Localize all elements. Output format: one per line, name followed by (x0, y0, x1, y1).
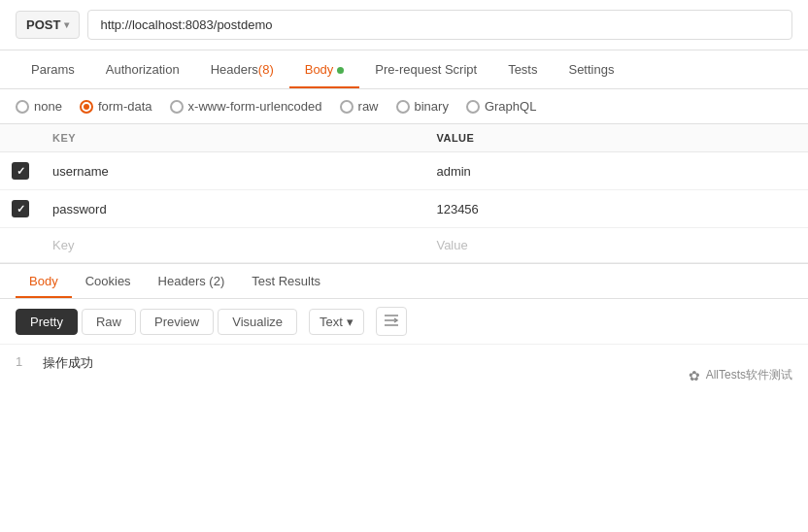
response-tab-cookies[interactable]: Cookies (72, 264, 145, 298)
brand-watermark: ✿ AllTests软件测试 (689, 367, 792, 383)
radio-urlencoded-circle (170, 100, 184, 114)
tab-headers-label: Headers (211, 62, 258, 77)
empty-check-cell (0, 228, 41, 263)
row1-value[interactable]: admin (424, 152, 808, 190)
empty-key[interactable]: Key (41, 228, 424, 263)
method-select[interactable]: POST ▾ (16, 11, 80, 39)
row1-key[interactable]: username (41, 152, 424, 190)
params-table: KEY VALUE ✓ username admin ✓ password 12… (0, 124, 808, 263)
tab-params[interactable]: Params (16, 50, 90, 88)
row2-check-cell[interactable]: ✓ (0, 190, 41, 228)
body-type-row: none form-data x-www-form-urlencoded raw… (0, 89, 808, 124)
col-check (0, 124, 41, 152)
response-tab-test-results[interactable]: Test Results (238, 264, 334, 298)
radio-urlencoded[interactable]: x-www-form-urlencoded (170, 99, 322, 114)
tab-headers[interactable]: Headers(8) (195, 50, 289, 88)
request-nav-tabs: Params Authorization Headers(8) Body Pre… (0, 50, 808, 89)
radio-graphql-label: GraphQL (485, 99, 536, 114)
radio-raw-label: raw (358, 99, 379, 114)
table-row: ✓ password 123456 (0, 190, 808, 228)
radio-raw[interactable]: raw (340, 99, 379, 114)
table-row-empty: Key Value (0, 228, 808, 263)
row1-check-cell[interactable]: ✓ (0, 152, 41, 190)
method-chevron: ▾ (64, 19, 69, 30)
tab-body[interactable]: Body (289, 50, 360, 88)
response-tab-headers[interactable]: Headers (2) (145, 264, 239, 298)
radio-none[interactable]: none (16, 99, 62, 114)
radio-form-data-circle (80, 100, 93, 114)
radio-none-label: none (34, 99, 62, 114)
tab-pre-request[interactable]: Pre-request Script (359, 50, 492, 88)
empty-value-placeholder: Value (436, 238, 467, 252)
wrap-icon-button[interactable] (376, 307, 407, 336)
col-value: VALUE (424, 124, 808, 152)
headers-badge: (8) (258, 62, 274, 77)
radio-graphql-circle (466, 100, 480, 114)
method-label: POST (26, 17, 60, 32)
radio-binary[interactable]: binary (396, 99, 449, 114)
radio-graphql[interactable]: GraphQL (466, 99, 536, 114)
table-row: ✓ username admin (0, 152, 808, 190)
wrap-lines-icon (384, 314, 399, 330)
format-raw-button[interactable]: Raw (82, 309, 136, 335)
empty-value[interactable]: Value (424, 228, 808, 263)
top-bar: POST ▾ (0, 0, 808, 50)
format-pretty-button[interactable]: Pretty (16, 309, 78, 335)
checkbox-checked-icon[interactable]: ✓ (12, 200, 29, 217)
response-line-1-content: 操作成功 (43, 354, 93, 372)
line-number-1: 1 (16, 354, 27, 369)
text-type-select[interactable]: Text ▾ (309, 309, 364, 335)
radio-form-data-label: form-data (98, 99, 152, 114)
radio-raw-circle (340, 100, 354, 114)
tab-settings[interactable]: Settings (553, 50, 629, 88)
format-toolbar: Pretty Raw Preview Visualize Text ▾ (0, 299, 808, 345)
url-input[interactable] (87, 10, 792, 40)
radio-none-circle (16, 100, 29, 114)
response-body: 1 操作成功 ✿ AllTests软件测试 (0, 345, 808, 393)
row2-value[interactable]: 123456 (424, 190, 808, 228)
row2-key[interactable]: password (41, 190, 424, 228)
tab-body-label: Body (305, 62, 334, 77)
col-key: KEY (41, 124, 424, 152)
radio-binary-circle (396, 100, 410, 114)
tab-authorization[interactable]: Authorization (90, 50, 195, 88)
format-visualize-button[interactable]: Visualize (218, 309, 297, 335)
tab-tests[interactable]: Tests (492, 50, 553, 88)
format-preview-button[interactable]: Preview (140, 309, 214, 335)
empty-key-placeholder: Key (52, 238, 74, 252)
text-type-chevron: ▾ (347, 315, 354, 329)
response-nav-tabs: Body Cookies Headers (2) Test Results (0, 264, 808, 299)
body-dot (337, 67, 344, 74)
radio-binary-label: binary (415, 99, 449, 114)
brand-icon: ✿ (689, 368, 700, 383)
brand-text: AllTests软件测试 (706, 367, 792, 383)
radio-urlencoded-label: x-www-form-urlencoded (188, 99, 322, 114)
radio-form-data[interactable]: form-data (80, 99, 152, 114)
checkbox-checked-icon[interactable]: ✓ (12, 162, 29, 180)
params-table-wrapper: KEY VALUE ✓ username admin ✓ password 12… (0, 124, 808, 264)
text-type-label: Text (320, 315, 343, 329)
response-tab-body[interactable]: Body (16, 264, 72, 298)
